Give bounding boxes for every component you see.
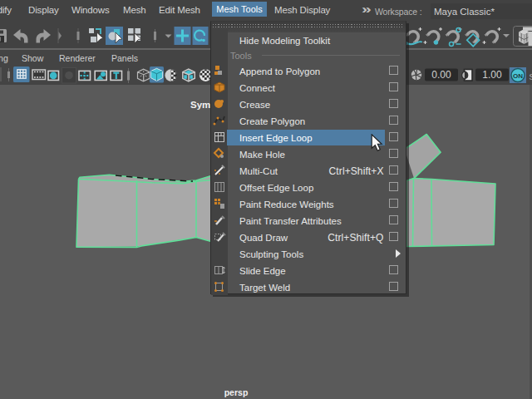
svg-text:1.00: 1.00 [482,69,502,81]
svg-text:s: s [530,70,532,82]
svg-text:ON: ON [513,72,523,80]
svg-text:0.00: 0.00 [431,69,451,81]
